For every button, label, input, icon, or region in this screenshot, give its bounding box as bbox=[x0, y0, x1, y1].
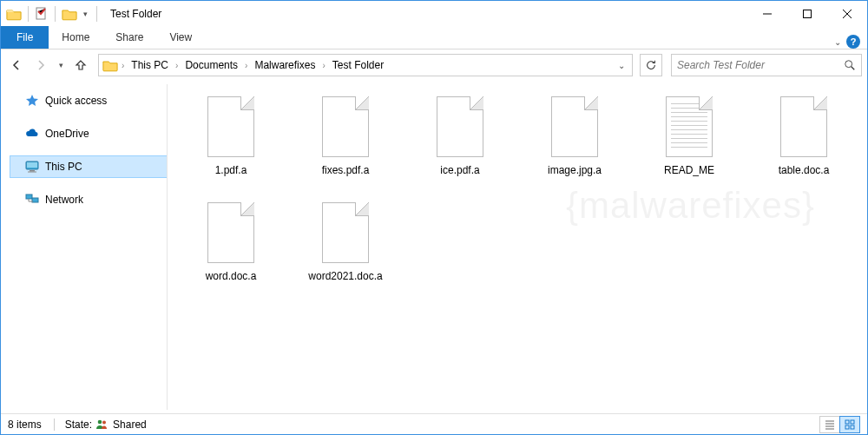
file-icon bbox=[322, 96, 369, 157]
tab-share[interactable]: Share bbox=[102, 26, 156, 49]
file-icon bbox=[437, 96, 483, 157]
file-icon bbox=[207, 202, 254, 263]
file-name: table.doc.a bbox=[779, 164, 830, 176]
file-item[interactable]: READ_ME bbox=[635, 91, 744, 192]
forward-button[interactable] bbox=[30, 55, 51, 76]
chevron-right-icon[interactable]: › bbox=[320, 61, 326, 70]
file-list-pane[interactable]: {malwarefixes} 1.pdf.afixes.pdf.aice.pdf… bbox=[168, 81, 867, 413]
svg-point-14 bbox=[102, 420, 106, 424]
window-controls bbox=[747, 1, 867, 27]
navigation-pane: Quick access OneDrive This PC Network bbox=[1, 81, 168, 413]
sidebar-item-onedrive[interactable]: OneDrive bbox=[10, 122, 168, 145]
divider bbox=[28, 6, 29, 22]
people-icon bbox=[95, 419, 109, 430]
network-icon bbox=[25, 193, 39, 207]
details-view-button[interactable] bbox=[819, 416, 840, 433]
sidebar-item-label: This PC bbox=[45, 161, 82, 173]
large-icons-view-button[interactable] bbox=[839, 416, 860, 433]
sidebar-item-label: Network bbox=[45, 194, 83, 206]
chevron-right-icon[interactable]: › bbox=[243, 61, 249, 70]
file-icon bbox=[551, 96, 598, 157]
view-switcher bbox=[820, 416, 860, 433]
svg-point-5 bbox=[845, 61, 852, 68]
file-item[interactable]: word.doc.a bbox=[176, 197, 286, 298]
divider bbox=[55, 6, 56, 22]
monitor-icon bbox=[25, 160, 39, 174]
status-bar: 8 items State: Shared bbox=[1, 413, 867, 434]
up-button[interactable] bbox=[70, 55, 91, 76]
sidebar-item-label: OneDrive bbox=[45, 128, 89, 140]
file-name: image.jpg.a bbox=[548, 164, 602, 176]
folder-icon bbox=[6, 8, 22, 21]
file-icon bbox=[322, 202, 369, 263]
file-name: fixes.pdf.a bbox=[322, 164, 370, 176]
close-button[interactable] bbox=[827, 1, 867, 27]
refresh-button[interactable] bbox=[640, 54, 662, 76]
sidebar-item-label: Quick access bbox=[45, 95, 107, 107]
qat-dropdown-icon[interactable]: ▾ bbox=[81, 10, 90, 18]
address-dropdown-icon[interactable]: ⌄ bbox=[615, 61, 628, 70]
sidebar-item-network[interactable]: Network bbox=[10, 188, 168, 211]
properties-icon[interactable] bbox=[35, 7, 49, 21]
sidebar-item-quick-access[interactable]: Quick access bbox=[10, 89, 168, 112]
ribbon-tabs: File Home Share View ⌄ ? bbox=[1, 27, 867, 49]
breadcrumb-item[interactable]: Documents bbox=[181, 57, 241, 73]
svg-rect-11 bbox=[26, 194, 32, 199]
svg-rect-8 bbox=[27, 162, 37, 168]
file-item[interactable]: ice.pdf.a bbox=[405, 91, 515, 192]
file-name: word.doc.a bbox=[206, 270, 257, 282]
file-tab[interactable]: File bbox=[1, 26, 49, 49]
maximize-button[interactable] bbox=[787, 1, 827, 27]
svg-rect-9 bbox=[30, 170, 35, 172]
svg-line-6 bbox=[852, 67, 855, 70]
svg-rect-20 bbox=[851, 420, 854, 424]
recent-locations-icon[interactable]: ▾ bbox=[55, 55, 67, 76]
folder-icon[interactable] bbox=[62, 8, 77, 21]
file-item[interactable]: image.jpg.a bbox=[520, 91, 629, 192]
minimize-button[interactable] bbox=[747, 1, 787, 27]
navigation-bar: ▾ › This PC › Documents › Malwarefixes ›… bbox=[1, 49, 867, 81]
file-item[interactable]: 1.pdf.a bbox=[176, 91, 286, 192]
explorer-body: Quick access OneDrive This PC Network {m… bbox=[1, 81, 867, 413]
search-input[interactable]: Search Test Folder bbox=[671, 54, 862, 76]
svg-rect-19 bbox=[845, 420, 849, 424]
chevron-right-icon[interactable]: › bbox=[120, 61, 126, 70]
svg-rect-21 bbox=[845, 425, 849, 429]
svg-point-13 bbox=[98, 419, 102, 424]
file-item[interactable]: fixes.pdf.a bbox=[291, 91, 400, 192]
sidebar-item-this-pc[interactable]: This PC bbox=[10, 155, 168, 178]
chevron-right-icon[interactable]: › bbox=[174, 61, 180, 70]
file-name: 1.pdf.a bbox=[215, 164, 247, 176]
file-icon bbox=[666, 96, 713, 157]
breadcrumb-item[interactable]: Test Folder bbox=[329, 57, 387, 73]
search-placeholder: Search Test Folder bbox=[677, 59, 844, 71]
quick-access-toolbar: ▾ bbox=[1, 6, 105, 22]
breadcrumb-item[interactable]: Malwarefixes bbox=[251, 57, 319, 73]
divider bbox=[96, 6, 97, 22]
file-icon bbox=[207, 96, 254, 157]
back-button[interactable] bbox=[6, 55, 27, 76]
file-item[interactable]: word2021.doc.a bbox=[291, 197, 400, 298]
file-icon bbox=[780, 96, 827, 157]
star-icon bbox=[25, 94, 39, 108]
cloud-icon bbox=[25, 127, 39, 141]
file-name: word2021.doc.a bbox=[308, 270, 382, 282]
window-title: Test Folder bbox=[110, 8, 161, 20]
address-bar[interactable]: › This PC › Documents › Malwarefixes › T… bbox=[98, 54, 633, 76]
files-grid: 1.pdf.afixes.pdf.aice.pdf.aimage.jpg.aRE… bbox=[176, 91, 858, 298]
tab-view[interactable]: View bbox=[156, 26, 205, 49]
file-item[interactable]: table.doc.a bbox=[749, 91, 858, 192]
item-count: 8 items bbox=[8, 419, 42, 431]
svg-rect-2 bbox=[804, 10, 812, 18]
help-icon[interactable]: ? bbox=[846, 35, 860, 49]
breadcrumb-item[interactable]: This PC bbox=[128, 57, 172, 73]
state-indicator: State: Shared bbox=[54, 419, 147, 431]
ribbon-expand-icon[interactable]: ⌄ bbox=[834, 37, 841, 47]
svg-rect-22 bbox=[851, 425, 854, 429]
file-name: READ_ME bbox=[664, 164, 714, 176]
titlebar: ▾ Test Folder bbox=[1, 1, 867, 27]
tab-home[interactable]: Home bbox=[49, 26, 102, 49]
search-icon bbox=[844, 59, 856, 71]
svg-rect-12 bbox=[32, 198, 38, 202]
svg-rect-10 bbox=[28, 172, 36, 173]
